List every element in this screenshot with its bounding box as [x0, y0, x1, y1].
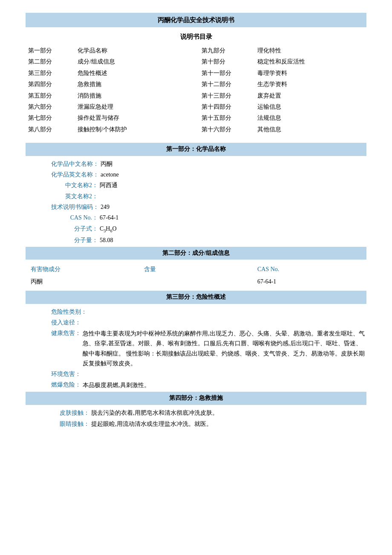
- section2-header-cell: CAS No.: [253, 264, 366, 275]
- toc-right-name: 理化特性: [255, 45, 366, 56]
- s3-field-value: [89, 307, 366, 317]
- toc-left-num: 第四部分: [26, 79, 75, 90]
- section2-table: 有害物成分含量CAS No.丙酮67-64-1: [26, 263, 366, 288]
- toc-right-num: 第十四部分: [199, 101, 255, 113]
- field-value: 58.08: [100, 236, 113, 245]
- field-label: 分子式：: [51, 224, 98, 234]
- s4-field-label: 眼睛接触：: [60, 419, 89, 429]
- main-title: 丙酮化学品安全技术说明书: [26, 13, 366, 27]
- toc-row: 第七部分 操作处置与储存 第十五部分 法规信息: [26, 113, 366, 124]
- toc-table: 第一部分 化学品名称 第九部分 理化特性 第二部分 成分/组成信息 第十部分 稳…: [26, 45, 366, 135]
- section2-header-cell: 含量: [140, 264, 252, 275]
- toc-right-num: 第十六部分: [199, 124, 255, 135]
- s3-field-value: [83, 318, 366, 327]
- section2-header-row: 有害物成分含量CAS No.: [26, 264, 366, 275]
- section1-field-row: 化学品英文名称：acetone: [26, 170, 366, 179]
- field-label: 化学品英文名称：: [51, 170, 99, 179]
- field-label: CAS No.：: [51, 213, 98, 223]
- field-value: C3H6O: [100, 224, 117, 234]
- toc-right-name: 其他信息: [255, 124, 366, 135]
- s3-field-value: 急性中毒主要表现为对中枢神经系统的麻醉作用,出现乏力、恶心、头痛、头晕、易激动。…: [83, 329, 366, 368]
- toc-right-num: 第十五部分: [199, 113, 255, 124]
- section2-data-row: 丙酮67-64-1: [26, 276, 366, 287]
- field-label: 分子量：: [51, 236, 98, 245]
- toc-row: 第四部分 急救措施 第十二部分 生态学资料: [26, 79, 366, 90]
- toc-row: 第六部分 泄漏应急处理 第十四部分 运输信息: [26, 101, 366, 113]
- toc-row: 第一部分 化学品名称 第九部分 理化特性: [26, 45, 366, 56]
- s3-field-value: 本品极度易燃,具刺激性。: [83, 380, 366, 390]
- toc-left-name: 接触控制/个体防护: [75, 124, 199, 135]
- toc-left-num: 第七部分: [26, 113, 75, 124]
- toc-left-name: 危险性概述: [75, 68, 199, 79]
- field-value: 67-64-1: [100, 213, 118, 223]
- toc-row: 第三部分 危险性概述 第十一部分 毒理学资料: [26, 68, 366, 79]
- toc-left-num: 第二部分: [26, 56, 75, 67]
- toc-left-num: 第三部分: [26, 68, 75, 79]
- toc-right-num: 第十一部分: [199, 68, 255, 79]
- field-label: 英文名称2：: [51, 192, 98, 201]
- section1-field-row: 分子式：C3H6O: [26, 224, 366, 234]
- section1-field-row: CAS No.：67-64-1: [26, 213, 366, 223]
- s3-field-label: 危险性类别：: [51, 307, 87, 317]
- toc-row: 第八部分 接触控制/个体防护 第十六部分 其他信息: [26, 124, 366, 135]
- s3-field-value: [83, 370, 366, 379]
- toc-left-name: 急救措施: [75, 79, 199, 90]
- toc-right-num: 第十三部分: [199, 90, 255, 101]
- field-value: 丙酮: [101, 159, 112, 169]
- toc-row: 第五部分 消防措施 第十三部分 废弃处置: [26, 90, 366, 101]
- toc-right-name: 生态学资料: [255, 79, 366, 90]
- toc-right-name: 法规信息: [255, 113, 366, 124]
- toc-title: 说明书目录: [26, 32, 366, 42]
- toc-right-name: 运输信息: [255, 101, 366, 113]
- section4-field-row: 眼睛接触：提起眼睑,用流动清水或生理盐水冲洗。就医。: [26, 419, 366, 429]
- section3-field-row: 环境危害：: [26, 370, 366, 379]
- section4-field-row: 皮肤接触：脱去污染的衣着,用肥皂水和清水彻底冲洗皮肤。: [26, 408, 366, 418]
- field-value: 249: [101, 202, 110, 212]
- section4-bar: 第四部分：急救措施: [26, 392, 366, 405]
- s3-field-label: 健康危害：: [51, 329, 81, 368]
- toc-right-num: 第十二部分: [199, 79, 255, 90]
- toc-left-name: 成分/组成信息: [75, 56, 199, 67]
- toc-left-num: 第六部分: [26, 101, 75, 113]
- section1-bar: 第一部分：化学品名称: [26, 143, 366, 156]
- toc-row: 第二部分 成分/组成信息 第十部分 稳定性和反应活性: [26, 56, 366, 67]
- section1-field-row: 中文名称2：阿西通: [26, 181, 366, 190]
- section3-field-row: 危险性类别：: [26, 307, 366, 317]
- field-label: 化学品中文名称：: [51, 159, 99, 169]
- section3-field-row: 燃爆危险：本品极度易燃,具刺激性。: [26, 380, 366, 390]
- section2-bar: 第二部分：成分/组成信息: [26, 247, 366, 260]
- toc-left-name: 泄漏应急处理: [75, 101, 199, 113]
- toc-left-name: 操作处置与储存: [75, 113, 199, 124]
- toc-right-name: 稳定性和反应活性: [255, 56, 366, 67]
- section2-data-cell: [140, 276, 252, 287]
- section1-field-row: 技术说明书编码：249: [26, 202, 366, 212]
- s3-field-label: 侵入途径：: [51, 318, 81, 327]
- s4-field-value: 提起眼睑,用流动清水或生理盐水冲洗。就医。: [91, 419, 212, 429]
- s3-field-label: 环境危害：: [51, 370, 81, 379]
- s3-field-label: 燃爆危险：: [51, 380, 81, 390]
- toc-left-num: 第五部分: [26, 90, 75, 101]
- s4-field-label: 皮肤接触：: [60, 408, 89, 418]
- section1-field-row: 分子量：58.08: [26, 236, 366, 245]
- field-value: 阿西通: [100, 181, 118, 190]
- toc-left-num: 第八部分: [26, 124, 75, 135]
- section1-field-row: 英文名称2：: [26, 192, 366, 201]
- toc-left-name: 消防措施: [75, 90, 199, 101]
- toc-right-num: 第十部分: [199, 56, 255, 67]
- section1-field-row: 化学品中文名称：丙酮: [26, 159, 366, 169]
- toc-right-num: 第九部分: [199, 45, 255, 56]
- toc-right-name: 毒理学资料: [255, 68, 366, 79]
- field-label: 中文名称2：: [51, 181, 98, 190]
- section2-data-cell: 67-64-1: [253, 276, 366, 287]
- section3-bar: 第三部分：危险性概述: [26, 291, 366, 304]
- section2-header-cell: 有害物成分: [26, 264, 139, 275]
- toc-left-name: 化学品名称: [75, 45, 199, 56]
- toc-right-name: 废弃处置: [255, 90, 366, 101]
- section3-field-row: 侵入途径：: [26, 318, 366, 327]
- s4-field-value: 脱去污染的衣着,用肥皂水和清水彻底冲洗皮肤。: [91, 408, 218, 418]
- section2-data-cell: 丙酮: [26, 276, 139, 287]
- toc-left-num: 第一部分: [26, 45, 75, 56]
- field-label: 技术说明书编码：: [51, 202, 99, 212]
- field-value: acetone: [101, 170, 119, 179]
- section3-field-row: 健康危害：急性中毒主要表现为对中枢神经系统的麻醉作用,出现乏力、恶心、头痛、头晕…: [26, 329, 366, 368]
